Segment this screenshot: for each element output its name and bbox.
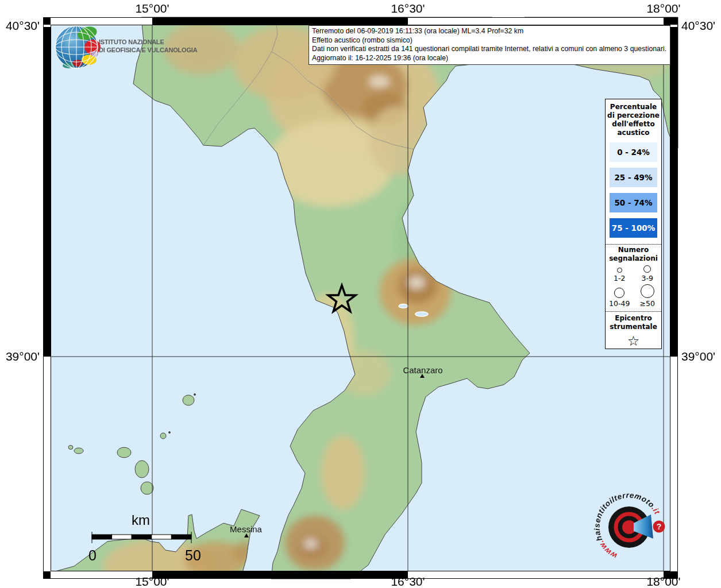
scale-start-label: 0 xyxy=(88,547,97,563)
circle-icon xyxy=(617,268,622,273)
legend-divider xyxy=(606,244,661,245)
axis-bottom-15: 15°00' xyxy=(135,575,169,588)
legend-title: Percentuale di percezione dell'effetto a… xyxy=(606,103,661,137)
event-data-source-line: Dati non verificati estratti da 141 ques… xyxy=(312,45,667,54)
signal-size-label: 10-49 xyxy=(609,299,630,308)
legend-class-label: 50 - 74% xyxy=(614,198,652,207)
circle-icon xyxy=(643,265,651,273)
legend-class-75-100: 75 - 100% xyxy=(610,218,657,238)
axis-bottom-1630: 16°30' xyxy=(391,575,425,588)
signal-size-label: 3-9 xyxy=(642,274,653,283)
axis-right-3900: 39°00' xyxy=(681,350,715,363)
legend-epicenter-title: Epicentro strumentale xyxy=(606,314,661,331)
axis-bottom-18: 18°00' xyxy=(646,575,680,588)
axis-top-18: 18°00' xyxy=(646,2,680,15)
axis-left-3900: 39°00' xyxy=(6,350,40,363)
event-effect-line: Effetto acustico (rombo sismico) xyxy=(312,36,667,45)
scale-end-label: 50 xyxy=(185,547,201,563)
legend-signal-sizes: 1-2 3-9 10-49 ≥50 xyxy=(606,265,661,308)
legend-divider xyxy=(606,311,661,312)
signal-size-3-9: 3-9 xyxy=(634,265,662,283)
event-summary-line: Terremoto del 06-09-2019 16:11:33 (ora l… xyxy=(312,27,667,36)
signal-size-50plus: ≥50 xyxy=(634,284,662,308)
scale-unit-label: km xyxy=(132,512,150,528)
legend-signals-title: Numero segnalazioni xyxy=(606,246,661,263)
star-icon: ☆ xyxy=(606,334,661,349)
axis-top-15: 15°00' xyxy=(135,2,169,15)
signal-size-10-49: 10-49 xyxy=(606,284,634,308)
legend-panel: Percentuale di percezione dell'effetto a… xyxy=(605,99,662,349)
signal-size-label: 1-2 xyxy=(614,274,625,283)
axis-left-4030: 40°30' xyxy=(6,19,40,32)
circle-icon xyxy=(614,288,624,298)
city-label-messina: Messina xyxy=(230,524,263,534)
city-label-catanzaro: Catanzaro xyxy=(403,365,442,375)
event-info-box: Terremoto del 06-09-2019 16:11:33 (ora l… xyxy=(309,25,670,65)
legend-class-label: 0 - 24% xyxy=(617,148,650,157)
legend-class-label: 75 - 100% xyxy=(612,223,656,233)
legend-class-0-24: 0 - 24% xyxy=(610,142,657,162)
axis-right-4030: 40°30' xyxy=(681,19,715,32)
signal-size-1-2: 1-2 xyxy=(606,265,634,283)
signal-size-label: ≥50 xyxy=(640,299,655,308)
legend-class-50-74: 50 - 74% xyxy=(610,193,657,212)
ingv-name-line2: DI GEOFISICA E VULCANOLOGIA xyxy=(99,47,198,53)
legend-class-25-49: 25 - 49% xyxy=(610,168,657,187)
event-updated-line: Aggiornato il: 16-12-2025 19:36 (ora loc… xyxy=(312,54,667,63)
ingv-name-line1: ISTITUTO NAZIONALE xyxy=(99,38,164,45)
axis-top-1630: 16°30' xyxy=(391,2,425,15)
map-page: Catanzaro Messina km 0 50 xyxy=(0,0,721,588)
hsit-question-mark: ? xyxy=(657,522,662,531)
legend-class-label: 25 - 49% xyxy=(614,173,652,182)
circle-icon xyxy=(641,284,654,298)
